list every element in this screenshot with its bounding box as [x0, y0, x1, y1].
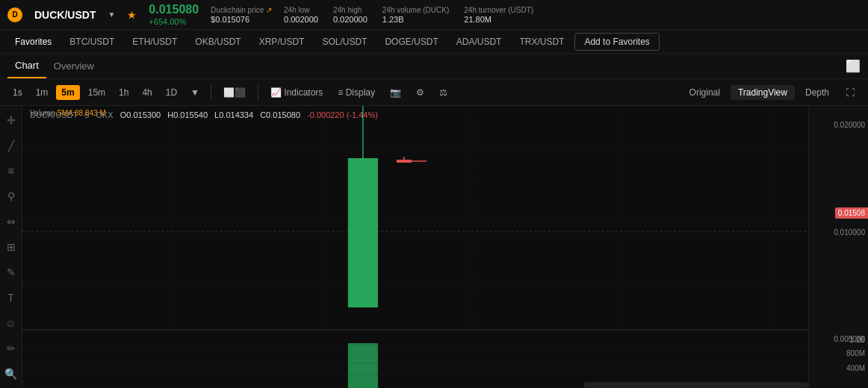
chart-high: H0.015540 — [167, 110, 208, 119]
fav-item-btcusdt[interactable]: BTC/USDT — [62, 34, 122, 50]
candle-type-button[interactable]: ⬜⬛ — [217, 85, 252, 100]
volume-label: Volume SMA 88.843 M — [30, 109, 106, 342]
time-button-1m[interactable]: 1m — [31, 85, 54, 100]
pair-logo: D — [7, 7, 22, 22]
chart-container: ✛╱≡⚲⇔⊞✎T☺✏🔍 DUCK/USDT · 5 · OKX O0.01530… — [0, 106, 868, 388]
current-price: 0.015080 — [149, 3, 199, 16]
horizontal-line-tool[interactable]: ≡ — [3, 163, 19, 179]
stat-value: 21.80M — [464, 15, 533, 24]
toolbar-divider-1 — [211, 85, 211, 100]
svg-rect-18 — [348, 343, 378, 388]
time-button-15m[interactable]: 15m — [83, 85, 111, 100]
stat-group: 24h turnover (USDT)21.80M — [464, 6, 533, 24]
measure-tool[interactable]: ⇔ — [3, 213, 19, 230]
price-label-1: 0.020000 — [812, 121, 865, 129]
settings-button[interactable]: ⚙ — [410, 85, 430, 100]
toolbar: 1s1m5m15m1h4h1D▼⬜⬛📈 Indicators≡ Display📷… — [0, 79, 868, 106]
view-button-original[interactable]: Original — [682, 85, 728, 100]
stat-group: 24h low0.002000 — [284, 6, 318, 24]
fav-item-okbusdt[interactable]: OKB/USDT — [187, 34, 248, 50]
expand-icon[interactable]: ⬜ — [846, 59, 861, 73]
fav-item-dogeusdt[interactable]: DOGE/USDT — [377, 34, 445, 50]
fav-item-solusdt[interactable]: SOL/USDT — [314, 34, 374, 50]
stat-label: 24h turnover (USDT) — [464, 6, 533, 14]
duckchain-price-value: $0.015076 — [211, 15, 272, 24]
top-bar-stats: 24h low0.00200024h high0.02000024h volum… — [284, 6, 861, 24]
stat-label: 24h low — [284, 6, 318, 14]
trade-icon-button[interactable]: ⚖ — [433, 85, 453, 100]
stat-label: 24h high — [333, 6, 368, 14]
stat-group: 24h high0.020000 — [333, 6, 368, 24]
fav-item-ethusdt[interactable]: ETH/USDT — [125, 34, 185, 50]
add-to-favorites-button[interactable]: Add to Favorites — [574, 33, 659, 51]
screenshot-button[interactable]: 📷 — [384, 85, 407, 100]
vol-label-1: 1.2B — [849, 334, 865, 345]
fav-item-favorites[interactable]: Favorites — [7, 34, 59, 50]
toolbar-divider-2 — [258, 85, 258, 100]
chart-pair-info: DUCK/USDT · 5 · OKX — [30, 110, 114, 119]
favorite-star-icon[interactable]: ★ — [127, 9, 137, 21]
stat-label: 24h volume (DUCK) — [382, 6, 449, 14]
toolbar-right: OriginalTradingViewDepth⛶ — [682, 85, 861, 100]
stat-value: 1.23B — [382, 15, 449, 24]
toolbar-dropdown-btn[interactable]: ▼ — [185, 85, 205, 100]
fullscreen-button[interactable]: ⛶ — [840, 85, 861, 100]
time-button-1D[interactable]: 1D — [161, 85, 182, 100]
chart-info-line: DUCK/USDT · 5 · OKX O0.015300 H0.015540 … — [30, 110, 382, 119]
price-change: +654.00% — [149, 17, 199, 26]
fav-item-trxusdt[interactable]: TRX/USDT — [512, 34, 571, 50]
chart-svg — [22, 106, 808, 388]
top-bar: D DUCK/USDT ▼ ★ 0.015080 +654.00% Duckch… — [0, 0, 868, 30]
svg-rect-22 — [583, 382, 808, 388]
label-tool[interactable]: T — [3, 290, 19, 306]
fav-item-adausdt[interactable]: ADA/USDT — [449, 34, 509, 50]
price-axis: 0.020000 0.010000 0.005000 0.01508 1.2B … — [808, 106, 868, 388]
crosshair-tool[interactable]: ✛ — [3, 112, 19, 128]
view-button-depth[interactable]: Depth — [798, 85, 837, 100]
chart-close: C0.015080 — [260, 110, 300, 119]
vol-label-3: 400M — [846, 363, 865, 373]
time-button-1s[interactable]: 1s — [7, 85, 28, 100]
stat-group: 24h volume (DUCK)1.23B — [382, 6, 449, 24]
svg-rect-16 — [22, 330, 808, 388]
time-button-1h[interactable]: 1h — [114, 85, 134, 100]
main-chart[interactable]: DUCK/USDT · 5 · OKX O0.015300 H0.015540 … — [22, 106, 808, 388]
vol-label-2: 800M — [846, 348, 865, 358]
chart-low: L0.014334 — [214, 110, 253, 119]
favorites-bar: FavoritesBTC/USDTETH/USDTOKB/USDTXRP/USD… — [0, 30, 868, 54]
emoji-tool[interactable]: ☺ — [3, 315, 19, 331]
pattern-tool[interactable]: ⊞ — [3, 239, 19, 255]
svg-rect-12 — [348, 158, 378, 307]
pair-name[interactable]: DUCK/USDT — [34, 9, 96, 21]
pencil-tool[interactable]: ✏ — [3, 340, 19, 357]
duckchain-price-group: Duckchain price ↗ $0.015076 — [211, 6, 272, 24]
magnifier-tool[interactable]: 🔍 — [3, 366, 19, 382]
stat-value: 0.002000 — [284, 15, 318, 24]
view-button-tradingview[interactable]: TradingView — [731, 85, 795, 100]
display-button[interactable]: ≡ Display — [332, 85, 381, 100]
chart-open: O0.015300 — [120, 110, 161, 119]
chart-header: Chart Overview ⬜ — [0, 54, 868, 79]
left-toolbar: ✛╱≡⚲⇔⊞✎T☺✏🔍 — [0, 106, 22, 388]
zoom-tool[interactable]: ⚲ — [3, 188, 19, 204]
duckchain-label: Duckchain price ↗ — [211, 6, 272, 14]
draw-line-tool[interactable]: ╱ — [3, 137, 19, 154]
chart-change: -0.000220 (-1.44%) — [307, 110, 378, 119]
price-label-2: 0.010000 — [812, 228, 865, 237]
fav-item-xrpusdt[interactable]: XRP/USDT — [252, 34, 312, 50]
overview-tab[interactable]: Overview — [46, 54, 102, 78]
stat-value: 0.020000 — [333, 15, 368, 24]
time-button-5m[interactable]: 5m — [56, 85, 79, 100]
chart-tab[interactable]: Chart — [7, 54, 46, 78]
svg-rect-15 — [397, 160, 412, 163]
current-price-tag: 0.01508 — [835, 207, 868, 219]
indicators-button[interactable]: 📈 Indicators — [264, 85, 329, 100]
pair-dropdown-icon[interactable]: ▼ — [108, 10, 115, 19]
text-tool[interactable]: ✎ — [3, 264, 19, 281]
time-button-4h[interactable]: 4h — [137, 85, 157, 100]
